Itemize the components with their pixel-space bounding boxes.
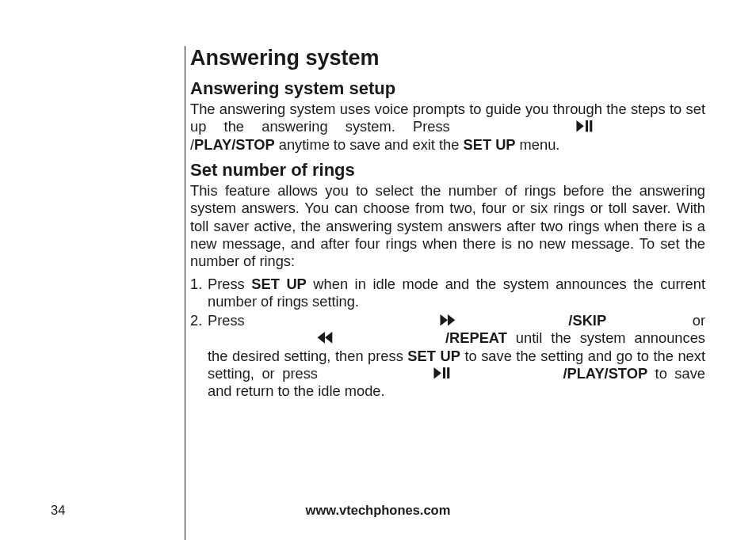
- content-column: Answering system Answering system setup …: [185, 46, 705, 540]
- list-item: 1. Press SET UP when in idle mode and th…: [190, 276, 705, 311]
- setup-label: SET UP: [464, 136, 516, 153]
- footer-url: www.vtechphones.com: [0, 503, 756, 518]
- play-pause-icon: [325, 367, 563, 379]
- rewind-icon: [208, 332, 445, 344]
- section-heading-rings: Set number of rings: [190, 160, 705, 181]
- play-pause-icon: [468, 120, 705, 132]
- repeat-label: /REPEAT: [445, 329, 507, 346]
- text: Press: [208, 312, 330, 329]
- play-stop-label: /PLAY/STOP: [563, 365, 647, 382]
- list-number: 1.: [190, 276, 208, 311]
- text: Press: [208, 276, 251, 292]
- text: or: [606, 312, 705, 329]
- steps-list: 1. Press SET UP when in idle mode and th…: [190, 276, 705, 401]
- setup-label: SET UP: [251, 276, 307, 292]
- list-item: 2. Press /SKIP or /REPEAT until the syst…: [190, 312, 705, 401]
- text: anytime to save and exit the: [275, 136, 464, 153]
- play-stop-label: PLAY/STOP: [194, 136, 275, 153]
- setup-label: SET UP: [407, 348, 460, 364]
- section-heading-setup: Answering system setup: [190, 78, 705, 99]
- skip-label: /SKIP: [568, 312, 606, 329]
- list-body: Press SET UP when in idle mode and the s…: [208, 276, 705, 311]
- list-body: Press /SKIP or /REPEAT until the system …: [208, 312, 705, 401]
- page-title: Answering system: [190, 46, 705, 70]
- list-number: 2.: [190, 312, 208, 401]
- fast-forward-icon: [330, 314, 568, 326]
- text: menu.: [516, 136, 560, 153]
- rings-paragraph: This feature allows you to select the nu…: [190, 182, 705, 271]
- manual-page: Answering system Answering system setup …: [0, 0, 756, 540]
- setup-paragraph: The answering system uses voice prompts …: [190, 101, 705, 154]
